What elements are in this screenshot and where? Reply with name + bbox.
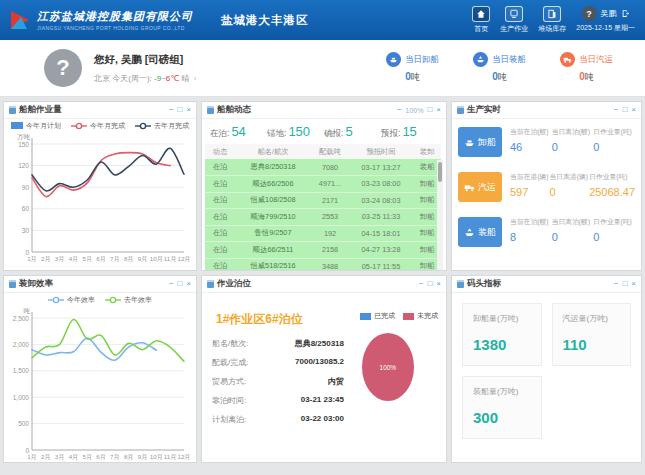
pie-legend-item[interactable]: 已完成 <box>360 311 395 321</box>
svg-text:7月: 7月 <box>110 255 120 263</box>
panel-header: 装卸效率 − □ × <box>4 276 196 293</box>
close-icon[interactable]: × <box>631 106 636 114</box>
weather-more-chevron[interactable]: › <box>194 74 197 83</box>
production-装船-button[interactable]: 装船 <box>458 217 502 247</box>
maximize-icon[interactable]: □ <box>622 106 627 114</box>
svg-text:吨: 吨 <box>24 307 31 314</box>
metric-value: 300 <box>473 409 531 426</box>
maximize-icon[interactable]: □ <box>427 106 432 114</box>
metric-card: 汽运量(万吨)110 <box>552 303 632 366</box>
panel-controls: − □ × <box>614 280 636 288</box>
production-row-stats: 当前在港(辆)597当日离港(辆)0日作业量(吨)25068.47 <box>510 172 635 198</box>
legend-label: 今年月完成 <box>90 121 125 131</box>
berth-field: 计划离泊:03-22 03:00 <box>212 414 344 425</box>
panel-doc-icon <box>9 280 16 288</box>
svg-text:9月: 9月 <box>138 453 148 461</box>
table-row[interactable]: 在泊顺达66/25064971...03-23 08:00卸船 <box>205 176 441 193</box>
svg-text:万吨: 万吨 <box>17 133 31 140</box>
table-row[interactable]: 在泊恒威518/2516348805-17 11:55卸船 <box>205 258 441 271</box>
maximize-icon[interactable]: □ <box>427 280 432 288</box>
panel-header: 船舶动态 − 100% □ × <box>202 102 446 119</box>
svg-text:3月: 3月 <box>55 453 65 461</box>
svg-text:12月: 12月 <box>177 453 190 461</box>
berth-info: 1#作业区6#泊位 船名/航次:恩典8/250318配载/完成:7000/130… <box>210 297 338 433</box>
chart-legend-item[interactable]: 今年月计划 <box>11 121 61 131</box>
close-icon[interactable]: × <box>436 280 441 288</box>
completion-pie-chart: 100% <box>362 333 414 401</box>
table-row[interactable]: 在泊恒威108/2508217103-24 08:03卸船 <box>205 192 441 209</box>
confirmed-count: 确报:5 <box>324 124 381 140</box>
production-stat: 日作业量(吨)25068.47 <box>589 172 635 198</box>
panel-vessel-throughput: 船舶作业量 − □ × 今年月计划今年月完成去年月完成 030609012015… <box>3 101 197 271</box>
svg-text:6月: 6月 <box>96 255 106 263</box>
svg-text:2月: 2月 <box>41 453 51 461</box>
production-stat-value: 0 <box>593 231 635 243</box>
truck-icon <box>560 52 575 67</box>
logout-icon[interactable] <box>621 9 630 18</box>
daily-load-stat: 当日装船 0吨 <box>473 52 526 84</box>
maximize-icon[interactable]: □ <box>177 106 182 114</box>
nav-home-label: 首页 <box>474 24 488 34</box>
nav-yard[interactable]: 堆场库存 <box>538 6 566 34</box>
minimize-icon[interactable]: − <box>614 106 619 114</box>
production-卸船-button[interactable]: 卸船 <box>458 127 502 157</box>
berth-progress: 已完成未完成 100% <box>338 297 438 433</box>
avatar[interactable]: ? <box>44 49 82 87</box>
chart-legend-item[interactable]: 今年效率 <box>48 295 95 305</box>
chart-legend-item[interactable]: 去年月完成 <box>135 121 189 131</box>
table-cell: 顺达66/2506 <box>235 176 311 193</box>
minimize-icon[interactable]: − <box>419 280 424 288</box>
berthed-count: 在泊:54 <box>210 124 267 140</box>
minimize-icon[interactable]: − <box>169 106 174 114</box>
production-stat-label: 当日离泊(艘) <box>552 217 594 227</box>
metric-label: 汽运量(万吨) <box>563 313 621 324</box>
close-icon[interactable]: × <box>436 106 441 114</box>
production-stat-label: 当前在港(辆) <box>510 172 550 182</box>
legend-swatch <box>360 313 371 320</box>
close-icon[interactable]: × <box>631 280 636 288</box>
table-cell: 4971... <box>311 176 349 193</box>
nav-home[interactable]: 首页 <box>472 6 490 34</box>
maximize-icon[interactable]: □ <box>177 280 182 288</box>
table-cell: 在泊 <box>205 225 235 242</box>
svg-text:3月: 3月 <box>55 255 65 263</box>
svg-text:1月: 1月 <box>27 255 37 263</box>
table-cell: 04-15 18:01 <box>349 225 413 242</box>
scrollbar-thumb[interactable] <box>438 162 442 182</box>
weather-text: 北京 今天(周一): -9~6℃ 晴 › <box>94 73 196 84</box>
maximize-icon[interactable]: □ <box>622 280 627 288</box>
table-row[interactable]: 在泊顺达66/2511215804-27 13:28卸船 <box>205 242 441 259</box>
minimize-icon[interactable]: − <box>614 280 619 288</box>
production-stat-label: 当日离泊(艘) <box>552 127 594 137</box>
production-stat-label: 日作业量(吨) <box>589 172 635 182</box>
legend-line-marker <box>135 122 151 130</box>
minimize-icon[interactable]: − <box>397 106 402 114</box>
table-row[interactable]: 在泊恩典8/250318708003-17 13:27装船 <box>205 159 441 176</box>
minimize-icon[interactable]: − <box>169 280 174 288</box>
berth-field-label: 配载/完成: <box>212 357 262 368</box>
nav-production-label: 生产作业 <box>500 24 528 34</box>
legend-label: 已完成 <box>374 311 395 321</box>
production-汽运-button[interactable]: 汽运 <box>458 172 502 202</box>
production-row-stats: 当前在泊(艘)46当日离泊(艘)0日作业量(吨)0 <box>510 127 635 153</box>
close-icon[interactable]: × <box>186 106 191 114</box>
close-icon[interactable]: × <box>186 280 191 288</box>
table-scrollbar[interactable] <box>437 160 443 271</box>
production-stat-value: 0 <box>552 141 594 153</box>
pie-label: 100% <box>380 364 397 371</box>
nav-production[interactable]: 生产作业 <box>500 6 528 34</box>
production-stat-value: 8 <box>510 231 552 243</box>
user-avatar-icon[interactable]: ? <box>582 6 597 21</box>
pie-legend-item[interactable]: 未完成 <box>403 311 438 321</box>
chart-legend-item[interactable]: 去年效率 <box>105 295 152 305</box>
production-stat-value: 0 <box>552 231 594 243</box>
svg-text:1月: 1月 <box>27 453 37 461</box>
production-icon <box>505 6 523 22</box>
site-title: 盐城港大丰港区 <box>221 13 309 28</box>
daily-stats: 当日卸船 0吨 当日装船 0吨 当日汽运 <box>386 52 627 84</box>
table-row[interactable]: 在泊鲁恒9/250719204-15 18:01卸船 <box>205 225 441 242</box>
table-row[interactable]: 在泊顺海799/2510255303-25 11:33卸船 <box>205 209 441 226</box>
legend-swatch <box>11 122 23 129</box>
chart-legend-item[interactable]: 今年月完成 <box>71 121 125 131</box>
table-cell: 3488 <box>311 258 349 271</box>
